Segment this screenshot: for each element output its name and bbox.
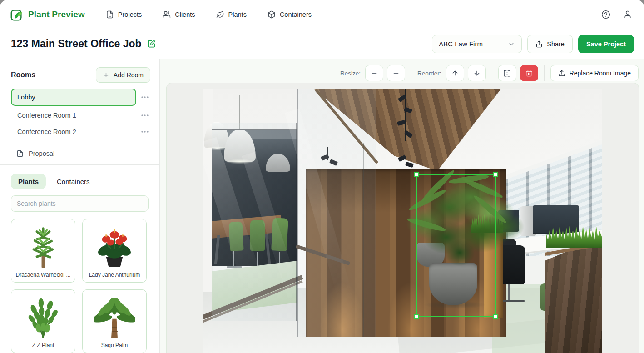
divider <box>411 65 411 81</box>
top-nav: Plant Preview Projects Clients Plants Co… <box>0 0 644 29</box>
nav-label: Plants <box>228 11 247 18</box>
add-room-label: Add Room <box>114 71 144 79</box>
plus-icon <box>103 72 109 79</box>
proposal-link[interactable]: Proposal <box>11 150 150 157</box>
plant-card-label: Dracaena Warneckii ... <box>16 272 71 278</box>
brand[interactable]: Plant Preview <box>10 8 85 21</box>
rooms-title: Rooms <box>11 71 35 79</box>
room-item-conference-2[interactable]: Conference Room 2 <box>11 125 136 139</box>
zz-thumbnail <box>22 294 64 342</box>
reorder-label: Reorder: <box>417 70 441 77</box>
sidebar: Rooms Add Room Lobby Conference Room 1 C… <box>0 59 160 353</box>
plant-card-dracaena[interactable]: Dracaena Warneckii ... <box>11 219 75 283</box>
plant-card-label: Lady Jane Anthurium <box>89 272 140 278</box>
client-select-value: ABC Law Firm <box>439 40 483 48</box>
plant-selection-box[interactable] <box>416 174 496 317</box>
nav-label: Clients <box>175 11 195 18</box>
room-menu-icon[interactable] <box>139 113 150 118</box>
title-bar: 123 Main Street Office Job ABC Law Firm … <box>0 29 644 59</box>
app-window: Plant Preview Projects Clients Plants Co… <box>0 0 644 353</box>
reorder-down-button[interactable] <box>468 65 486 81</box>
help-icon[interactable] <box>601 10 610 19</box>
tab-plants[interactable]: Plants <box>11 174 46 189</box>
nav-item-containers[interactable]: Containers <box>268 10 312 19</box>
project-title: 123 Main Street Office Job <box>11 38 142 50</box>
canvas-toolbar: Resize: Reorder: Replace Room Image <box>340 65 639 81</box>
delete-plant-button[interactable] <box>520 65 538 81</box>
room-menu-icon[interactable] <box>139 129 150 134</box>
add-room-button[interactable]: Add Room <box>96 67 150 83</box>
reorder-up-button[interactable] <box>446 65 464 81</box>
resize-increase-button[interactable] <box>387 65 405 81</box>
tab-containers[interactable]: Containers <box>50 174 96 189</box>
replace-room-image-label: Replace Room Image <box>570 70 631 77</box>
search-plants-input[interactable] <box>11 195 149 212</box>
anthurium-thumbnail <box>94 224 135 272</box>
plant-card-grid: Dracaena Warneckii ... <box>11 219 149 353</box>
glass-partition <box>297 89 376 337</box>
room-canvas[interactable] <box>166 83 639 353</box>
box-icon <box>268 10 276 19</box>
selection-handle-nw[interactable] <box>414 172 419 177</box>
upload-icon <box>558 70 565 77</box>
conference-room-glass <box>212 123 297 321</box>
resize-decrease-button[interactable] <box>365 65 383 81</box>
nav-item-plants[interactable]: Plants <box>216 10 247 19</box>
nav-label: Projects <box>118 11 142 18</box>
nav-label: Containers <box>280 11 312 18</box>
library-panel: Plants Containers <box>0 165 159 353</box>
resize-label: Resize: <box>340 70 361 77</box>
proposal-label: Proposal <box>29 150 54 157</box>
sago-thumbnail <box>94 294 135 342</box>
brand-name: Plant Preview <box>28 10 85 20</box>
page-title: 123 Main Street Office Job <box>11 38 156 50</box>
leaf-logo-icon <box>10 8 24 21</box>
file-icon <box>106 10 114 19</box>
rooms-panel: Rooms Add Room Lobby Conference Room 1 C… <box>0 59 159 165</box>
plant-card-zz[interactable]: Z Z Plant <box>11 289 75 353</box>
divider <box>11 144 150 144</box>
selection-handle-sw[interactable] <box>414 314 419 319</box>
plant-card-sago[interactable]: Sago Palm <box>82 289 147 353</box>
divider <box>492 65 492 81</box>
flip-horizontal-button[interactable] <box>498 65 516 81</box>
replace-room-image-button[interactable]: Replace Room Image <box>550 65 639 81</box>
user-icon[interactable] <box>623 10 632 19</box>
save-project-button[interactable]: Save Project <box>578 35 634 53</box>
divider <box>544 65 545 81</box>
plant-card-label: Sago Palm <box>101 342 128 348</box>
room-image[interactable] <box>203 89 602 353</box>
room-item-lobby[interactable]: Lobby <box>11 89 136 106</box>
document-icon <box>16 150 24 157</box>
share-label: Share <box>547 40 565 48</box>
selection-handle-ne[interactable] <box>493 172 498 177</box>
room-menu-icon[interactable] <box>139 94 150 100</box>
share-icon <box>535 40 543 48</box>
room-item-conference-1[interactable]: Conference Room 1 <box>11 109 136 122</box>
plant-card-anthurium[interactable]: Lady Jane Anthurium <box>82 219 147 283</box>
nav-item-projects[interactable]: Projects <box>106 10 142 19</box>
content-area: Resize: Reorder: Replace Room Image <box>160 59 644 353</box>
selection-handle-se[interactable] <box>493 314 498 319</box>
leaf-icon <box>216 10 224 19</box>
desk-monitor <box>533 205 579 234</box>
chevron-down-icon <box>508 40 515 48</box>
edit-title-icon[interactable] <box>147 40 156 48</box>
share-button[interactable]: Share <box>527 35 573 53</box>
nav-item-clients[interactable]: Clients <box>163 10 195 19</box>
client-select[interactable]: ABC Law Firm <box>432 35 522 53</box>
dracaena-thumbnail <box>22 224 64 272</box>
users-icon <box>163 10 171 19</box>
plant-card-label: Z Z Plant <box>32 342 54 348</box>
